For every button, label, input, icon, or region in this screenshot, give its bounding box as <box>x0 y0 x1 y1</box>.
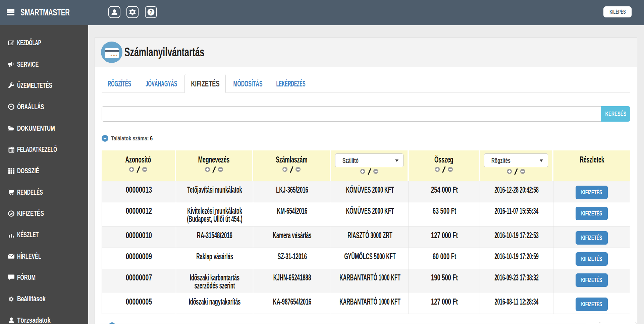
svg-text:?: ? <box>149 9 153 15</box>
